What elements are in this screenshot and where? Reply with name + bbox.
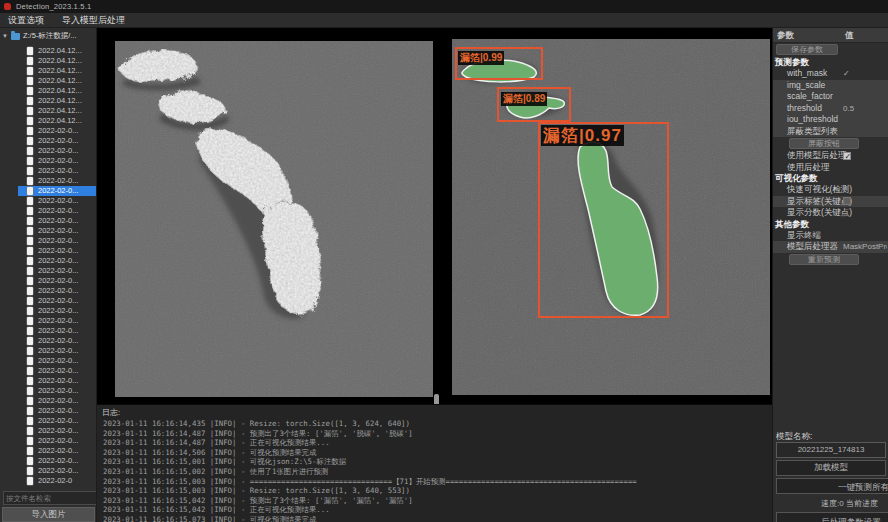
tree-item[interactable]: 2022-02-0... [0, 426, 97, 436]
param-label: 使用模型后处理 [787, 150, 847, 162]
prediction-image-view[interactable]: 漏箔|0.99 漏箔|0.89 漏箔|0.97 [452, 39, 770, 395]
param-label: 显示分数(关键点) [787, 207, 852, 219]
tree-item[interactable]: 2022-02-0... [0, 356, 97, 366]
file-icon [27, 77, 33, 85]
tree-item[interactable]: 2022-02-0... [0, 186, 97, 196]
tree-item-label: 2022.04.12... [38, 46, 82, 56]
file-icon [27, 477, 33, 485]
tree-item[interactable]: 2022-02-0... [0, 296, 97, 306]
tree-item[interactable]: 2022-02-0... [0, 266, 97, 276]
tree-item-label: 2022.04.12... [38, 106, 82, 116]
tree-item[interactable]: 2022-02-0... [0, 276, 97, 286]
menu-item[interactable]: 设置选项 [8, 13, 44, 28]
tree-item-label: 2022-02-0... [38, 196, 78, 206]
file-icon [27, 267, 33, 275]
log-console[interactable]: 日志: 2023-01-11 16:16:14,435 |INFO| - Res… [97, 404, 772, 522]
tree-item[interactable]: 2022-02-0... [0, 446, 97, 456]
tree-item[interactable]: 2022-02-0... [0, 326, 97, 336]
original-image-view[interactable] [115, 41, 433, 397]
param-row[interactable]: 模型后处理器 MaskPostPro [773, 241, 888, 253]
load-model-button[interactable]: 加载模型 [776, 460, 886, 476]
param-label: 屏蔽类型列表 [787, 126, 838, 138]
tree-item-label: 2022-02-0... [38, 276, 78, 286]
tree-item[interactable]: 2022-02-0... [0, 146, 97, 156]
param-row[interactable]: 显示标签(关键点) [773, 196, 888, 208]
tree-item[interactable]: 2022.04.12... [0, 66, 97, 76]
tree-item[interactable]: 2022.04.12... [0, 96, 97, 106]
file-icon [27, 317, 33, 325]
tree-item[interactable]: 2022-02-0... [0, 176, 97, 186]
tree-item[interactable]: 2022-02-0... [0, 466, 97, 476]
tree-item[interactable]: 2022-02-0... [0, 206, 97, 216]
save-params-button[interactable]: 保存参数 [776, 44, 838, 55]
param-row[interactable]: threshold 0.5 [773, 103, 888, 115]
param-label: 模型后处理器 [787, 241, 838, 253]
param-row[interactable]: iou_threshold [773, 114, 888, 126]
param-value: MaskPostPro [843, 241, 887, 253]
tree-item[interactable]: 2022-02-0... [0, 246, 97, 256]
param-row[interactable]: 使用模型后处理 [773, 150, 888, 162]
tree-item[interactable]: 2022-02-0... [0, 366, 97, 376]
search-input[interactable] [3, 491, 97, 505]
tree-item[interactable]: 2022.04.12... [0, 116, 97, 126]
param-section-header: 预测参数 [773, 57, 888, 68]
param-action-button[interactable]: 重新预测 [789, 254, 859, 265]
tree-item[interactable]: 2022-02-0... [0, 236, 97, 246]
tree-item-label: 2022-02-0... [38, 406, 78, 416]
file-icon [27, 197, 33, 205]
tree-item[interactable]: 2022-02-0... [0, 456, 97, 466]
tree-item[interactable]: 2022-02-0... [0, 396, 97, 406]
tree-item-label: 2022-02-0... [38, 156, 78, 166]
param-value: ✓ [843, 68, 850, 80]
tree-item[interactable]: 2022-02-0... [0, 346, 97, 356]
tree-item[interactable]: 2022.04.12... [0, 46, 97, 56]
tree-item[interactable]: 2022-02-0... [0, 416, 97, 426]
file-icon [27, 337, 33, 345]
tree-item[interactable]: 2022-02-0... [0, 386, 97, 396]
param-label: 使用后处理 [787, 162, 830, 174]
postprocess-settings-button[interactable]: 后处理参数设置 [776, 512, 888, 522]
tree-item-label: 2022-02-0... [38, 176, 78, 186]
tree-item[interactable]: 2022.04.12... [0, 106, 97, 116]
tree-item[interactable]: 2022-02-0... [0, 256, 97, 266]
tree-item[interactable]: 2022-02-0... [0, 126, 97, 136]
tree-item[interactable]: 2022-02-0... [0, 406, 97, 416]
checkbox[interactable] [843, 152, 851, 160]
tree-item[interactable]: 2022-02-0... [0, 306, 97, 316]
tree-item[interactable]: 2022-02-0... [0, 166, 97, 176]
param-row[interactable]: img_scale [773, 80, 888, 92]
tree-item[interactable]: 2022-02-0... [0, 336, 97, 346]
tree-item[interactable]: 2022-02-0... [0, 156, 97, 166]
menu-item[interactable]: 导入模型后处理 [62, 13, 125, 28]
param-row[interactable]: 屏蔽类型列表 [773, 126, 888, 138]
caret-down-icon[interactable]: ▼ [2, 33, 8, 39]
tree-item[interactable]: 2022-02-0... [0, 286, 97, 296]
log-lines: 2023-01-11 16:16:14,435 |INFO| - Resize:… [103, 419, 772, 522]
param-row[interactable]: scale_factor [773, 91, 888, 103]
tree-item[interactable]: 2022-02-0... [0, 436, 97, 446]
tree-item[interactable]: 2022.04.12... [0, 86, 97, 96]
model-name-field[interactable]: 20221225_174813 [776, 442, 886, 458]
tree-item[interactable]: 2022-02-0... [0, 316, 97, 326]
param-row[interactable]: 使用后处理 [773, 162, 888, 174]
tree-item[interactable]: 2022.04.12... [0, 76, 97, 86]
checkbox[interactable] [843, 197, 851, 205]
tree-item[interactable]: 2022-02-0... [0, 376, 97, 386]
import-images-button[interactable]: 导入图片 [2, 507, 95, 522]
param-row[interactable]: 显示分数(关键点) [773, 207, 888, 219]
tree-item[interactable]: 2022-02-0... [0, 136, 97, 146]
param-row[interactable]: 显示终端 [773, 230, 888, 242]
param-row[interactable]: with_mask ✓ [773, 68, 888, 80]
tree-root[interactable]: ▼ Z:/5-标注数据/... [2, 31, 77, 41]
log-line: 2023-01-11 16:16:14,487 |INFO| - 预测出了3个结… [103, 429, 772, 439]
param-action-button[interactable]: 屏蔽按钮 [789, 138, 859, 149]
tree-item[interactable]: 2022.04.12... [0, 56, 97, 66]
tree-item[interactable]: 2022-02-0... [0, 216, 97, 226]
predict-all-button[interactable]: 一键预测所有 [776, 478, 888, 494]
tree-item[interactable]: 2022-02-0 [0, 476, 97, 486]
param-row[interactable]: 快速可视化(检测) [773, 184, 888, 196]
file-icon [27, 417, 33, 425]
tree-item-label: 2022-02-0... [38, 376, 78, 386]
tree-item[interactable]: 2022-02-0... [0, 226, 97, 236]
tree-item[interactable]: 2022-02-0... [0, 196, 97, 206]
